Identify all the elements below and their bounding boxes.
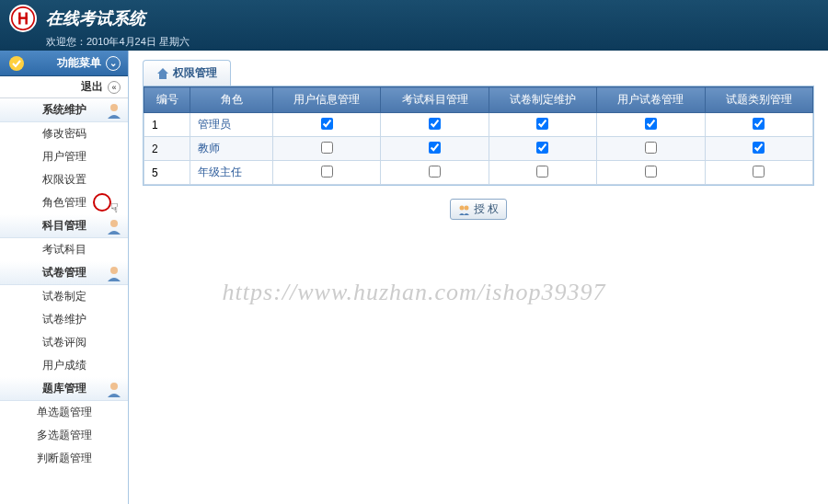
cell-perm — [273, 113, 381, 137]
menu-icon — [7, 54, 26, 73]
perm-checkbox[interactable] — [536, 118, 548, 130]
cell-id: 2 — [144, 137, 190, 161]
cell-perm — [597, 137, 705, 161]
svg-point-9 — [459, 205, 464, 210]
permission-table: 编号 角色 用户信息管理 考试科目管理 试卷制定维护 用户试卷管理 试题类别管理… — [144, 86, 813, 185]
menu-group-system: 系统维护 修改密码 用户管理 权限设置 角色管理 ☟ — [0, 98, 128, 214]
sidebar-item-judge[interactable]: 判断题管理 — [0, 447, 128, 470]
cell-perm — [705, 161, 812, 185]
perm-checkbox[interactable] — [645, 118, 657, 130]
perm-checkbox[interactable] — [753, 118, 765, 130]
cell-id: 5 — [144, 161, 190, 185]
table-row: 1管理员 — [144, 113, 813, 137]
perm-checkbox[interactable] — [429, 166, 441, 178]
collapse-icon[interactable]: ⌄ — [106, 56, 121, 71]
cell-perm — [381, 161, 489, 185]
cursor-icon: ☟ — [110, 200, 119, 215]
menu-header[interactable]: 功能菜单 ⌄ — [0, 51, 128, 76]
svg-point-7 — [110, 267, 118, 274]
avatar-icon — [106, 265, 122, 281]
app-logo — [9, 5, 37, 32]
cell-perm — [597, 113, 705, 137]
app-header: 在线考试系统 欢迎您：2010年4月24日 星期六 — [0, 0, 828, 51]
menu-group-title[interactable]: 题库管理 — [0, 377, 128, 401]
exit-button[interactable]: 退出 « — [0, 76, 128, 98]
main-panel: 权限管理 编号 角色 用户信息管理 考试科目管理 试卷制定维护 用户试卷管理 试… — [129, 51, 828, 504]
cell-id: 1 — [144, 113, 190, 137]
sidebar-item-user-manage[interactable]: 用户管理 — [0, 145, 128, 168]
col-user-paper: 用户试卷管理 — [597, 87, 705, 113]
svg-point-4 — [9, 56, 24, 71]
sidebar-item-paper-review[interactable]: 试卷评阅 — [0, 331, 128, 354]
avatar-icon — [106, 102, 122, 119]
svg-point-5 — [110, 104, 118, 111]
svg-rect-3 — [18, 17, 28, 18]
col-paper: 试卷制定维护 — [489, 87, 596, 113]
role-link[interactable]: 年级主任 — [198, 166, 242, 178]
menu-title-label: 功能菜单 — [57, 55, 101, 71]
sidebar-item-role-manage[interactable]: 角色管理 ☟ — [0, 191, 128, 214]
cell-perm — [597, 161, 705, 185]
perm-checkbox[interactable] — [536, 142, 548, 154]
cell-perm — [489, 137, 596, 161]
menu-group-title[interactable]: 科目管理 — [0, 214, 128, 238]
cell-perm — [381, 137, 489, 161]
collapse-left-icon: « — [108, 81, 121, 94]
perm-checkbox[interactable] — [321, 142, 333, 154]
sidebar-item-change-password[interactable]: 修改密码 — [0, 122, 128, 145]
perm-checkbox[interactable] — [645, 166, 657, 178]
sidebar-item-paper-maintain[interactable]: 试卷维护 — [0, 308, 128, 331]
role-link[interactable]: 管理员 — [198, 118, 231, 131]
menu-group-title[interactable]: 试卷管理 — [0, 261, 128, 285]
sidebar: 功能菜单 ⌄ 退出 « 系统维护 修改密码 用户管理 权限设置 角色管理 ☟ 科… — [0, 51, 129, 504]
cell-role: 管理员 — [190, 113, 273, 137]
col-user-info: 用户信息管理 — [273, 87, 381, 113]
authorize-button[interactable]: 授 权 — [450, 199, 507, 220]
perm-checkbox[interactable] — [429, 142, 441, 154]
app-title: 在线考试系统 — [46, 7, 145, 29]
perm-checkbox[interactable] — [429, 118, 441, 130]
welcome-text: 欢迎您：2010年4月24日 星期六 — [46, 35, 190, 49]
svg-point-6 — [110, 220, 118, 227]
menu-group-subject: 科目管理 考试科目 — [0, 214, 128, 261]
cell-perm — [489, 161, 596, 185]
col-subject: 考试科目管理 — [381, 87, 489, 113]
col-id: 编号 — [144, 87, 190, 113]
cell-perm — [705, 137, 812, 161]
menu-group-question: 题库管理 单选题管理 多选题管理 判断题管理 — [0, 377, 128, 470]
sidebar-item-exam-subject[interactable]: 考试科目 — [0, 238, 128, 261]
perm-checkbox[interactable] — [753, 142, 765, 154]
perm-checkbox[interactable] — [753, 166, 765, 178]
col-question-type: 试题类别管理 — [705, 87, 812, 113]
avatar-icon — [106, 218, 122, 235]
col-role: 角色 — [190, 87, 273, 113]
perm-checkbox[interactable] — [536, 166, 548, 178]
table-row: 2教师 — [144, 137, 813, 161]
perm-checkbox[interactable] — [321, 166, 333, 178]
cell-perm — [489, 113, 596, 137]
menu-group-paper: 试卷管理 试卷制定 试卷维护 试卷评阅 用户成绩 — [0, 261, 128, 377]
sidebar-item-user-score[interactable]: 用户成绩 — [0, 354, 128, 377]
svg-point-10 — [464, 205, 468, 210]
sidebar-item-paper-create[interactable]: 试卷制定 — [0, 285, 128, 308]
sidebar-item-multi-choice[interactable]: 多选题管理 — [0, 424, 128, 447]
cell-perm — [273, 161, 381, 185]
perm-checkbox[interactable] — [645, 142, 657, 154]
authorize-icon — [458, 204, 471, 215]
perm-checkbox[interactable] — [321, 118, 333, 130]
svg-point-8 — [110, 383, 118, 390]
sidebar-item-single-choice[interactable]: 单选题管理 — [0, 401, 128, 424]
cell-role: 教师 — [190, 137, 273, 161]
cell-role: 年级主任 — [190, 161, 273, 185]
table-row: 5年级主任 — [144, 161, 813, 185]
cell-perm — [705, 113, 812, 137]
panel-tab[interactable]: 权限管理 — [143, 60, 231, 86]
menu-group-title[interactable]: 系统维护 — [0, 98, 128, 122]
cell-perm — [273, 137, 381, 161]
avatar-icon — [106, 381, 122, 397]
home-icon — [156, 67, 169, 80]
sidebar-item-perm-setting[interactable]: 权限设置 — [0, 168, 128, 191]
cell-perm — [381, 113, 489, 137]
role-link[interactable]: 教师 — [198, 142, 220, 155]
panel-body: 编号 角色 用户信息管理 考试科目管理 试卷制定维护 用户试卷管理 试题类别管理… — [143, 86, 814, 186]
